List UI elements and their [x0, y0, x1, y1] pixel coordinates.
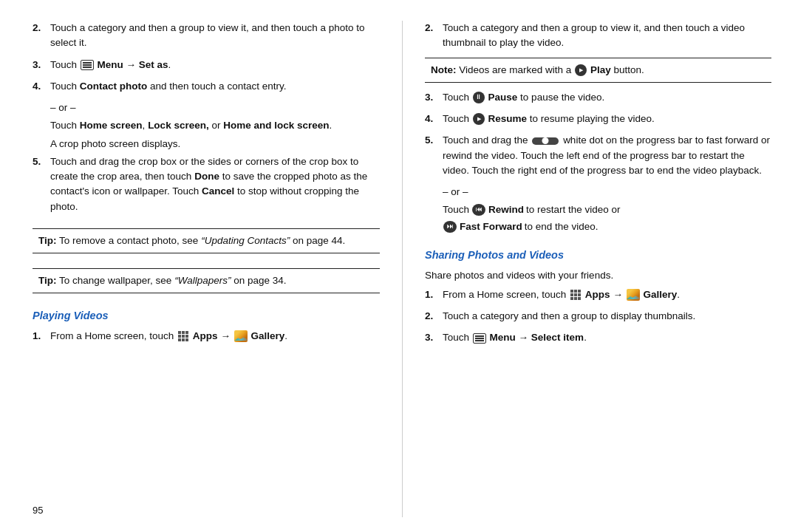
rewind-icon [472, 204, 485, 216]
gallery-label: Gallery [250, 330, 284, 341]
tip-ref: “Updating Contacts” [201, 235, 290, 246]
touch-label: Touch [443, 202, 469, 217]
gallery-icon [234, 330, 248, 342]
svg-rect-0 [178, 331, 181, 334]
step-text: Touch Contact photo and then touch a con… [50, 79, 380, 94]
step-num: 5. [425, 133, 438, 178]
playing-videos-title: Playing Videos [33, 308, 380, 324]
step-text: Touch Resume to resume playing the video… [443, 112, 771, 126]
step-text: Touch Menu → Set as. [50, 58, 380, 72]
menu-label: Menu [490, 332, 516, 343]
step-num: 1. [425, 287, 438, 302]
page: 2. Touch a category and then a group to … [0, 0, 798, 532]
step-num: 3. [425, 330, 438, 345]
svg-rect-2 [185, 331, 188, 334]
step-text: Touch Menu → Select item. [443, 330, 771, 345]
svg-rect-15 [570, 297, 573, 300]
home-screen-label: Home screen [80, 120, 143, 131]
tip-label: Tip: [38, 275, 57, 286]
apps-icon [177, 330, 189, 342]
step-text: Touch and drag the white dot on the prog… [443, 133, 771, 178]
forward-icon [443, 221, 457, 233]
svg-rect-3 [178, 335, 181, 338]
home-screen-instruction: Touch Home screen, Lock screen, or Home … [50, 118, 380, 133]
svg-rect-12 [570, 293, 573, 296]
share-step-2: 2. Touch a category and then a group to … [425, 309, 771, 326]
svg-rect-10 [574, 290, 577, 293]
step-text: From a Home screen, touch [443, 287, 771, 302]
menu-label: Menu → Set as [98, 59, 168, 70]
menu-icon [473, 333, 486, 344]
svg-rect-8 [185, 338, 188, 341]
play-label: Play [590, 64, 611, 75]
left-step-4: 4. Touch Contact photo and then touch a … [33, 79, 380, 96]
home-lock-label: Home and lock screen [223, 120, 329, 131]
right-step-5: 5. Touch and drag the white dot on the p… [425, 133, 771, 180]
svg-rect-7 [182, 338, 185, 341]
lock-screen-label: Lock screen, [148, 120, 209, 131]
tip-2: Tip: To change wallpaper, see “Wallpaper… [33, 268, 380, 293]
note-box: Note: Videos are marked with a Play butt… [425, 58, 771, 83]
step-num: 2. [425, 21, 438, 51]
step-num: 4. [33, 79, 46, 94]
left-column: 2. Touch a category and then a group to … [33, 21, 402, 517]
forward-instruction: Fast Forward to end the video. [443, 219, 771, 234]
step-text: Touch Pause to pause the video. [443, 90, 771, 105]
rewind-instruction: Touch Rewind to restart the video or [443, 202, 771, 217]
share-step-3: 3. Touch Menu → Select item. [425, 330, 771, 347]
pause-icon [473, 92, 485, 103]
step-num: 4. [425, 112, 438, 126]
svg-rect-14 [578, 293, 581, 296]
right-step-2: 2. Touch a category and then a group to … [425, 21, 771, 53]
sharing-photos-title: Sharing Photos and Videos [425, 248, 771, 264]
svg-rect-5 [185, 335, 188, 338]
arrow-icon: → [220, 330, 233, 341]
done-label: Done [194, 171, 219, 182]
svg-rect-9 [570, 290, 573, 293]
svg-rect-11 [578, 290, 581, 293]
step-text: From a Home screen, touch [50, 329, 380, 344]
gallery-label: Gallery [643, 289, 677, 300]
right-column: 2. Touch a category and then a group to … [402, 21, 771, 517]
step-num: 1. [33, 329, 46, 344]
tip-ref: “Wallpapers” [174, 275, 231, 286]
note-label: Note: [431, 64, 457, 75]
step-text: Touch a category and then a group to dis… [443, 309, 771, 324]
right-step-4: 4. Touch Resume to resume playing the vi… [425, 112, 771, 129]
arrow-icon: → [613, 289, 625, 300]
apps-label: Apps [193, 330, 218, 341]
gallery-icon [627, 289, 640, 301]
pause-label: Pause [488, 92, 518, 103]
left-step-2: 2. Touch a category and then a group to … [33, 21, 380, 53]
step-num: 2. [33, 21, 46, 51]
step-text: Touch a category and then a group to vie… [443, 21, 771, 51]
tip-1: Tip: To remove a contact photo, see “Upd… [33, 228, 380, 253]
play-icon [575, 64, 587, 76]
step-num: 3. [425, 90, 438, 105]
step-num: 2. [425, 309, 438, 324]
svg-rect-13 [574, 293, 577, 296]
playing-videos-step-1: 1. From a Home screen, touch [33, 329, 380, 346]
contact-photo-label: Contact photo [80, 81, 147, 92]
cancel-label: Cancel [202, 185, 234, 197]
resume-label: Resume [488, 113, 528, 124]
svg-rect-16 [574, 297, 577, 300]
crop-display-text: A crop photo screen displays. [50, 137, 380, 151]
svg-rect-6 [178, 338, 181, 341]
menu-icon [81, 60, 94, 70]
apps-label: Apps [585, 289, 610, 300]
arrow-icon: → [519, 332, 531, 343]
progress-bar-icon [532, 137, 559, 145]
left-step-5: 5. Touch and drag the crop box or the si… [33, 154, 380, 216]
resume-icon [473, 113, 485, 125]
step-text: Touch a category and then a group to vie… [50, 21, 380, 51]
or-separator-right: – or – [443, 185, 771, 200]
step-num: 3. [33, 58, 46, 72]
page-number: 95 [33, 497, 380, 518]
svg-rect-4 [182, 335, 185, 338]
forward-label: Fast Forward [460, 219, 522, 234]
rewind-label: Rewind [488, 202, 524, 217]
apps-icon [570, 289, 582, 301]
right-step-3: 3. Touch Pause to pause the video. [425, 90, 771, 107]
left-step-3: 3. Touch Menu → Set as. [33, 58, 380, 75]
